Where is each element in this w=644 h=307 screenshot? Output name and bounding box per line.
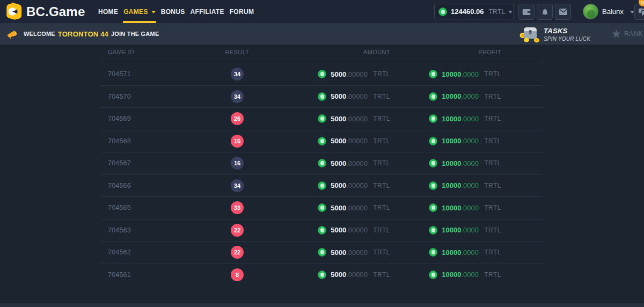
nav-home[interactable]: HOME: [96, 0, 121, 23]
main-nav: HOME GAMES BONUS AFFILIATE FORUM: [96, 0, 257, 23]
table-row[interactable]: 704570 34 5000.00000 TRTL 10000.0000 TRT…: [100, 85, 543, 108]
trtl-coin-icon: [429, 70, 437, 78]
amount-currency: TRTL: [373, 204, 390, 211]
amount-currency: TRTL: [373, 182, 390, 189]
amount-int: 5000: [331, 204, 346, 212]
profit-dec: .0000: [461, 137, 479, 145]
welcome-username: TORONTON 44: [58, 30, 108, 38]
brand-logo[interactable]: BC.Game: [5, 2, 85, 21]
bets-table: GAME ID RESULT AMOUNT PROFIT 704571 34 5…: [100, 45, 543, 286]
table-row[interactable]: 704566 34 5000.00000 TRTL 10000.0000 TRT…: [100, 174, 543, 197]
amount-dec: .00000: [346, 92, 368, 100]
nav-affiliate[interactable]: AFFILIATE: [188, 0, 227, 23]
rank-star-icon: [612, 30, 621, 38]
chevron-down-icon: [508, 11, 513, 13]
wallet-button[interactable]: [518, 4, 535, 20]
tasks-chest-icon[interactable]: [519, 26, 540, 42]
profit-currency: TRTL: [484, 115, 501, 122]
profit-dec: .0000: [461, 226, 479, 234]
game-id: 704568: [100, 137, 202, 145]
active-nav-underline: [123, 21, 156, 23]
nav-bonus[interactable]: BONUS: [158, 0, 188, 23]
result-badge: 34: [231, 68, 244, 81]
profit-dec: .0000: [461, 181, 479, 189]
table-row[interactable]: 704569 26 5000.00000 TRTL 10000.0000 TRT…: [100, 107, 543, 130]
header-game-id: GAME ID: [100, 49, 202, 55]
profit-currency: TRTL: [484, 93, 501, 100]
amount-int: 5000: [331, 92, 346, 100]
amount-dec: .00000: [346, 248, 368, 257]
chevron-down-icon: [151, 11, 156, 13]
game-id: 704570: [100, 93, 202, 100]
profit-dec: .0000: [461, 115, 479, 123]
amount-cell: 5000.00000 TRTL: [272, 70, 390, 78]
trtl-coin-icon: [318, 248, 326, 257]
balance-selector[interactable]: 124460.06 TRTL: [434, 4, 514, 19]
table-row[interactable]: 704562 22 5000.00000 TRTL 10000.0000 TRT…: [100, 241, 543, 264]
profit-int: 10000: [442, 204, 461, 212]
profit-currency: TRTL: [484, 226, 501, 234]
profit-cell: 10000.0000 TRTL: [390, 226, 501, 235]
amount-int: 5000: [331, 159, 346, 167]
trtl-coin-icon: [429, 271, 437, 279]
tasks-widget[interactable]: TASKS SPIN YOUR LUCK: [544, 27, 590, 42]
table-row[interactable]: 704563 22 5000.00000 TRTL 10000.0000 TRT…: [100, 219, 543, 242]
profit-cell: 10000.0000 TRTL: [390, 92, 501, 101]
envelope-icon: [559, 9, 567, 15]
notifications-button[interactable]: [537, 4, 553, 20]
header-profit: PROFIT: [390, 49, 501, 55]
trtl-coin-icon: [318, 159, 326, 167]
trtl-coin-icon: [318, 137, 326, 145]
trtl-coin-icon: [318, 271, 326, 279]
result-badge: 26: [231, 112, 244, 125]
profit-dec: .0000: [461, 248, 479, 257]
trtl-coin-icon: [318, 226, 326, 235]
trtl-coin-icon: [429, 159, 437, 167]
amount-int: 5000: [331, 181, 346, 189]
amount-dec: .00000: [346, 226, 368, 234]
result-badge: 8: [231, 268, 244, 281]
user-menu-caret[interactable]: [627, 0, 634, 23]
nav-forum[interactable]: FORUM: [227, 0, 257, 23]
rank-widget[interactable]: RANK: [612, 23, 643, 45]
profit-cell: 10000.0000 TRTL: [390, 70, 501, 78]
amount-cell: 5000.00000 TRTL: [272, 159, 390, 167]
brand-name: BC.Game: [26, 4, 85, 19]
nav-games[interactable]: GAMES: [121, 0, 158, 23]
table-row[interactable]: 704561 8 5000.00000 TRTL 10000.0000 TRTL: [100, 264, 543, 286]
profit-dec: .0000: [461, 159, 479, 167]
profit-cell: 10000.0000 TRTL: [390, 271, 501, 279]
mail-button[interactable]: [555, 4, 571, 20]
table-row[interactable]: 704571 34 5000.00000 TRTL 10000.0000 TRT…: [100, 63, 543, 85]
profit-cell: 10000.0000 TRTL: [390, 137, 501, 145]
profit-int: 10000: [442, 70, 461, 78]
top-navbar: BC.Game HOME GAMES BONUS AFFILIATE FORUM…: [0, 0, 644, 23]
megaphone-icon: [6, 29, 17, 39]
table-row[interactable]: 704565 33 5000.00000 TRTL 10000.0000 TRT…: [100, 196, 543, 219]
game-id: 704565: [100, 204, 202, 211]
user-avatar[interactable]: [583, 4, 598, 19]
result-badge: 34: [231, 179, 244, 192]
footer-strip: [0, 303, 644, 307]
game-id: 704571: [100, 70, 202, 78]
table-body: 704571 34 5000.00000 TRTL 10000.0000 TRT…: [100, 63, 543, 286]
bell-icon: [541, 8, 549, 16]
amount-dec: .00000: [346, 181, 368, 189]
game-id: 704567: [100, 159, 202, 167]
trtl-coin-icon: [318, 114, 326, 123]
profit-int: 10000: [442, 226, 461, 234]
table-row[interactable]: 704568 15 5000.00000 TRTL 10000.0000 TRT…: [100, 130, 543, 152]
trtl-coin-icon: [438, 8, 447, 16]
trtl-coin-icon: [318, 181, 326, 190]
tasks-subtitle: SPIN YOUR LUCK: [544, 36, 590, 42]
amount-int: 5000: [331, 115, 346, 123]
result-badge: 22: [231, 224, 244, 237]
username[interactable]: Balunx: [602, 0, 624, 23]
amount-int: 5000: [331, 70, 346, 78]
amount-cell: 5000.00000 TRTL: [272, 92, 390, 101]
profit-cell: 10000.0000 TRTL: [390, 248, 501, 257]
table-row[interactable]: 704567 16 5000.00000 TRTL 10000.0000 TRT…: [100, 152, 543, 174]
welcome-message: WELCOME TORONTON 44 JOIN THE GAME: [24, 23, 159, 45]
amount-currency: TRTL: [373, 70, 390, 78]
profit-cell: 10000.0000 TRTL: [390, 181, 501, 190]
